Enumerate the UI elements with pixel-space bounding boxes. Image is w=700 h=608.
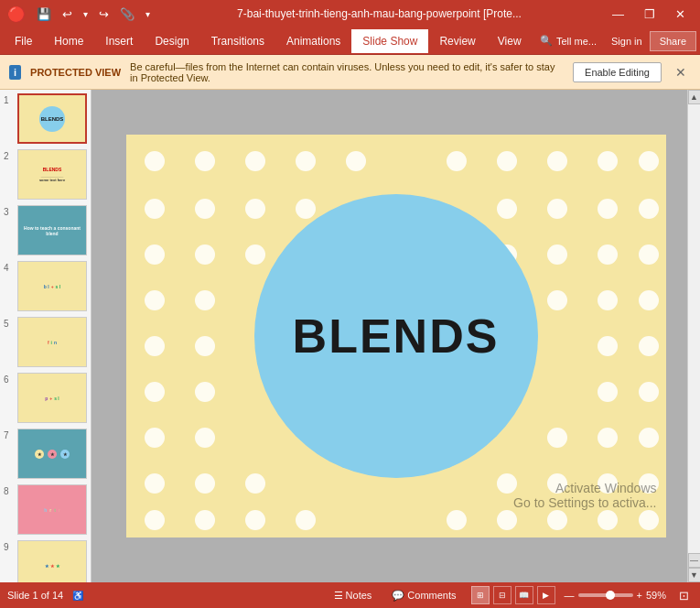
slide-thumbnail-8[interactable]: h r t r xyxy=(17,484,87,535)
slide-thumb-9[interactable]: 9 ★ ★ ★ xyxy=(4,540,87,582)
slide-num-3: 3 xyxy=(4,207,15,217)
blends-title: BLENDS xyxy=(293,309,500,364)
protected-view-message: Be careful—files from the Internet can c… xyxy=(130,61,564,83)
normal-view-button[interactable]: ⊞ xyxy=(471,586,490,604)
protected-view-bar: i PROTECTED VIEW Be careful—files from t… xyxy=(0,55,700,90)
reading-view-button[interactable]: 📖 xyxy=(515,586,533,604)
slide-thumbnail-3[interactable]: How to teach a consonant blend xyxy=(17,205,87,255)
zoom-in-button[interactable]: + xyxy=(637,590,642,601)
slide-num-9: 9 xyxy=(4,542,15,552)
zoom-slider[interactable] xyxy=(578,593,633,597)
slide-thumb-8[interactable]: 8 h r t r xyxy=(4,484,87,535)
tab-file[interactable]: File xyxy=(4,29,43,53)
slide-info: Slide 1 of 14 xyxy=(7,590,63,601)
minimize-button[interactable]: — xyxy=(605,5,631,23)
canvas-area[interactable]: BLENDS Activate Windows Go to Settings t… xyxy=(92,90,700,582)
tab-review[interactable]: Review xyxy=(428,29,486,53)
slide-thumbnail-9[interactable]: ★ ★ ★ xyxy=(17,540,87,582)
zoom-area: — + 59% xyxy=(565,590,666,601)
thumb-content-9: ★ ★ ★ xyxy=(18,541,86,582)
tab-home[interactable]: Home xyxy=(43,29,94,53)
thumb-content-2: BLENDS ___________ some text here xyxy=(18,150,86,199)
slide-thumbnail-2[interactable]: BLENDS ___________ some text here xyxy=(17,149,87,200)
main-circle: BLENDS xyxy=(254,194,538,478)
thumb-content-8: h r t r xyxy=(18,485,86,534)
undo-arrow[interactable]: ▾ xyxy=(80,7,92,21)
slide-thumb-2[interactable]: 2 BLENDS ___________ some text here xyxy=(4,149,87,200)
thumb-content-7: ★ ★ ★ xyxy=(18,429,86,478)
scroll-up-button[interactable]: ▲ xyxy=(688,90,701,104)
slide-thumb-6[interactable]: 6 p + s l xyxy=(4,373,87,423)
scroll-down-button[interactable]: ▼ xyxy=(688,568,701,582)
quick-access-toolbar: 💾 ↩ ▾ ↪ 📎 ▾ xyxy=(33,5,154,23)
main-area: 1 BLENDS 2 BLENDS ___________ some text … xyxy=(0,90,700,582)
slide-thumb-1[interactable]: 1 BLENDS xyxy=(4,93,87,144)
view-icons-group: ⊞ ⊟ 📖 ▶ xyxy=(471,586,555,604)
fit-to-window-button[interactable]: ⊡ xyxy=(675,589,693,603)
protected-view-close[interactable]: ✕ xyxy=(671,63,691,81)
zoom-level: 59% xyxy=(646,590,666,601)
title-bar: 🔴 💾 ↩ ▾ ↪ 📎 ▾ 7-bai-thuyet-trinh-tieng-a… xyxy=(0,0,700,27)
title-controls: — ❐ ✕ xyxy=(605,5,693,23)
accessibility-icon: ♿ xyxy=(72,591,83,601)
undo-button[interactable]: ↩ xyxy=(59,5,76,23)
notes-button[interactable]: ☰ Notes xyxy=(328,588,378,603)
title-left: 🔴 💾 ↩ ▾ ↪ 📎 ▾ xyxy=(7,5,154,23)
scroll-track[interactable] xyxy=(688,104,700,553)
slide-sorter-button[interactable]: ⊟ xyxy=(493,586,512,604)
tab-transitions[interactable]: Transitions xyxy=(200,29,275,53)
notes-icon: ☰ xyxy=(334,590,343,602)
window-title: 7-bai-thuyet-trinh-tieng-anh-mau-bang-po… xyxy=(154,7,605,20)
slide-num-8: 8 xyxy=(4,486,15,496)
slide-thumb-5[interactable]: 5 f i n xyxy=(4,317,87,367)
thumb-content-5: f i n xyxy=(18,318,86,366)
slide-thumbnail-1[interactable]: BLENDS xyxy=(17,93,87,144)
thumb-content-6: p + s l xyxy=(18,374,86,422)
restore-button[interactable]: ❐ xyxy=(637,5,662,23)
save-button[interactable]: 💾 xyxy=(33,5,55,23)
more-button[interactable]: ▾ xyxy=(142,7,154,21)
slide-thumbnail-4[interactable]: b l + s l xyxy=(17,261,87,311)
thumb-content-1: BLENDS xyxy=(19,95,85,142)
slide-thumb-4[interactable]: 4 b l + s l xyxy=(4,261,87,311)
share-button[interactable]: Share xyxy=(650,31,696,51)
comments-button[interactable]: 💬 Comments xyxy=(386,588,461,603)
ribbon: File Home Insert Design Transitions Anim… xyxy=(0,27,700,55)
slide-num-1: 1 xyxy=(4,95,15,105)
zoom-slider-thumb xyxy=(606,591,615,600)
enable-editing-button[interactable]: Enable Editing xyxy=(573,62,662,82)
slide-thumb-3[interactable]: 3 How to teach a consonant blend xyxy=(4,205,87,255)
app-icon: 🔴 xyxy=(7,5,26,23)
scroll-middle-button[interactable]: — xyxy=(688,553,701,568)
tab-design[interactable]: Design xyxy=(144,29,199,53)
slide-num-2: 2 xyxy=(4,151,15,161)
slide-thumb-7[interactable]: 7 ★ ★ ★ xyxy=(4,429,87,479)
close-button[interactable]: ✕ xyxy=(668,5,693,23)
slide-thumbnail-5[interactable]: f i n xyxy=(17,317,87,367)
slide-num-7: 7 xyxy=(4,430,15,440)
tell-me[interactable]: 🔍 Tell me... xyxy=(533,35,604,47)
search-icon: 🔍 xyxy=(540,35,553,47)
comment-icon: 💬 xyxy=(392,590,404,602)
status-bar: Slide 1 of 14 ♿ ☰ Notes 💬 Comments ⊞ ⊟ 📖… xyxy=(0,582,700,608)
protected-view-label: PROTECTED VIEW xyxy=(30,67,121,78)
thumb-content-4: b l + s l xyxy=(18,262,86,310)
tab-insert[interactable]: Insert xyxy=(94,29,144,53)
slide-panel[interactable]: 1 BLENDS 2 BLENDS ___________ some text … xyxy=(0,90,92,582)
slide-canvas: BLENDS Activate Windows Go to Settings t… xyxy=(126,135,666,537)
slideshow-view-button[interactable]: ▶ xyxy=(537,586,555,604)
zoom-out-button[interactable]: — xyxy=(565,590,575,601)
slide-thumbnail-7[interactable]: ★ ★ ★ xyxy=(17,429,87,479)
sign-in[interactable]: Sign in xyxy=(604,36,650,47)
tab-view[interactable]: View xyxy=(487,29,533,53)
customize-qa[interactable]: 📎 xyxy=(116,5,138,23)
tab-animations[interactable]: Animations xyxy=(275,29,351,53)
shield-icon: i xyxy=(9,65,21,80)
thumb-content-3: How to teach a consonant blend xyxy=(18,206,86,255)
tab-slideshow[interactable]: Slide Show xyxy=(351,29,428,53)
vertical-scrollbar[interactable]: ▲ — ▼ xyxy=(687,90,700,582)
slide-thumbnail-6[interactable]: p + s l xyxy=(17,373,87,423)
redo-button[interactable]: ↪ xyxy=(95,5,113,23)
slide-num-5: 5 xyxy=(4,319,15,329)
slide-num-4: 4 xyxy=(4,263,15,273)
